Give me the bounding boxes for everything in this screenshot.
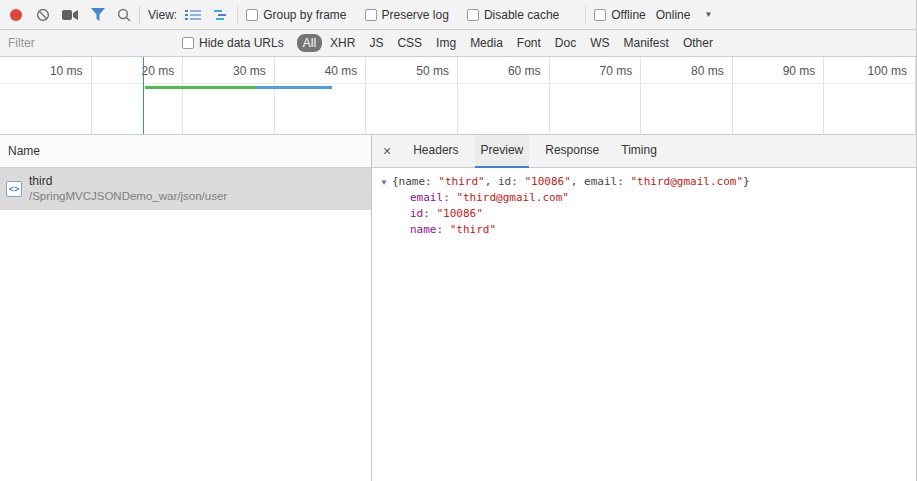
timeline-cell: 20 ms: [92, 57, 184, 134]
large-request-rows-toggle-icon[interactable]: [185, 9, 201, 21]
filter-input[interactable]: [8, 36, 168, 50]
json-key: email: [410, 191, 443, 204]
filter-type-font[interactable]: Font: [511, 34, 547, 52]
json-summary-part: }: [743, 175, 750, 188]
preserve-log-label: Preserve log: [382, 8, 449, 22]
filter-type-ws[interactable]: WS: [584, 34, 615, 52]
timeline-overview[interactable]: 10 ms 20 ms 30 ms 40 ms 50 ms 60 ms 70 m…: [0, 57, 916, 135]
view-label: View:: [148, 8, 177, 22]
time-tick: 20 ms: [92, 57, 183, 78]
json-separator: :: [423, 207, 436, 220]
filter-type-other[interactable]: Other: [677, 34, 719, 52]
network-toolbar: View: Group by frame Preserve log: [0, 0, 916, 30]
waterfall-waiting-bar: [145, 86, 257, 89]
filter-type-xhr[interactable]: XHR: [324, 34, 361, 52]
timeline-cell: 60 ms: [458, 57, 550, 134]
tab-response[interactable]: Response: [539, 135, 605, 168]
request-text: third /SpringMVCJSONDemo_war/json/user: [29, 174, 227, 204]
time-tick: 100 ms: [824, 57, 915, 78]
tab-timing[interactable]: Timing: [615, 135, 663, 168]
checkbox-box: [365, 9, 377, 21]
ruler-divider: [0, 83, 916, 84]
json-separator: :: [443, 191, 456, 204]
json-value: "third": [450, 223, 496, 236]
json-file-icon: <>: [6, 181, 22, 197]
request-details-panel: × Headers Preview Response Timing ▼{name…: [372, 135, 916, 481]
filter-type-css[interactable]: CSS: [391, 34, 428, 52]
requests-panel: Name <> third /SpringMVCJSONDemo_war/jso…: [0, 135, 372, 481]
devtools-network-panel: View: Group by frame Preserve log: [0, 0, 917, 481]
time-tick: 30 ms: [183, 57, 274, 78]
request-path: /SpringMVCJSONDemo_war/json/user: [29, 189, 227, 204]
timeline-cell: 40 ms: [275, 57, 367, 134]
time-tick: 60 ms: [458, 57, 549, 78]
json-summary-part: "third": [438, 175, 484, 188]
json-key: id: [410, 207, 423, 220]
timeline-cell: 30 ms: [183, 57, 275, 134]
tab-preview[interactable]: Preview: [475, 135, 530, 168]
show-overview-toggle-icon[interactable]: [213, 9, 229, 21]
group-by-frame-label: Group by frame: [263, 8, 346, 22]
filter-type-doc[interactable]: Doc: [549, 34, 582, 52]
filter-type-manifest[interactable]: Manifest: [618, 34, 675, 52]
hide-data-urls-checkbox[interactable]: Hide data URLs: [182, 36, 284, 50]
request-row[interactable]: <> third /SpringMVCJSONDemo_war/json/use…: [0, 168, 371, 210]
json-summary-part: , id:: [485, 175, 525, 188]
group-by-frame-checkbox[interactable]: Group by frame: [246, 8, 346, 22]
capture-screenshots-icon[interactable]: [62, 9, 79, 21]
clear-icon[interactable]: [36, 8, 50, 22]
filter-type-media[interactable]: Media: [464, 34, 509, 52]
json-key: name: [410, 223, 437, 236]
throttling-select[interactable]: Online ▼: [656, 8, 713, 22]
expander-icon[interactable]: ▼: [380, 175, 392, 191]
disable-cache-label: Disable cache: [484, 8, 559, 22]
time-tick: 40 ms: [275, 57, 366, 78]
filter-type-img[interactable]: Img: [430, 34, 462, 52]
network-filter-bar: Hide data URLs All XHR JS CSS Img Media …: [0, 30, 916, 57]
filter-icon[interactable]: [91, 8, 105, 21]
offline-checkbox[interactable]: Offline: [594, 8, 645, 22]
toolbar-separator: [585, 6, 586, 24]
timeline-cell: 50 ms: [366, 57, 458, 134]
dom-content-loaded-marker: [143, 57, 144, 134]
json-property-row: email: "third@gmail.com": [380, 190, 916, 206]
record-icon[interactable]: [10, 9, 22, 21]
close-icon[interactable]: ×: [372, 135, 402, 167]
throttling-value: Online: [656, 8, 691, 22]
checkbox-box: [467, 9, 479, 21]
json-separator: :: [437, 223, 450, 236]
preserve-log-checkbox[interactable]: Preserve log: [365, 8, 449, 22]
json-value: "third@gmail.com": [456, 191, 569, 204]
timeline-cell: 90 ms: [733, 57, 825, 134]
name-column-header[interactable]: Name: [0, 135, 371, 168]
network-main-area: Name <> third /SpringMVCJSONDemo_war/jso…: [0, 135, 916, 481]
toolbar-separator: [237, 6, 238, 24]
request-name: third: [29, 174, 227, 189]
timeline-cell: 100 ms: [824, 57, 916, 134]
time-tick: 70 ms: [550, 57, 641, 78]
timeline-grid: 10 ms 20 ms 30 ms 40 ms 50 ms 60 ms 70 m…: [0, 57, 916, 134]
tab-headers[interactable]: Headers: [407, 135, 464, 168]
timeline-cell: 70 ms: [550, 57, 642, 134]
checkbox-box: [246, 9, 258, 21]
filter-type-js[interactable]: JS: [363, 34, 389, 52]
search-icon[interactable]: [117, 8, 131, 22]
toolbar-separator: [139, 6, 140, 24]
time-tick: 10 ms: [0, 57, 91, 78]
checkbox-box: [182, 37, 194, 49]
time-tick: 90 ms: [733, 57, 824, 78]
json-root-line[interactable]: ▼{name: "third", id: "10086", email: "th…: [380, 174, 916, 190]
time-tick: 50 ms: [366, 57, 457, 78]
offline-label: Offline: [611, 8, 645, 22]
chevron-down-icon: ▼: [704, 10, 712, 19]
filter-type-all[interactable]: All: [297, 34, 322, 52]
json-property-row: id: "10086": [380, 206, 916, 222]
json-summary-part: "10086": [524, 175, 570, 188]
disable-cache-checkbox[interactable]: Disable cache: [467, 8, 559, 22]
json-summary-part: "third@gmail.com": [630, 175, 743, 188]
hide-data-urls-label: Hide data URLs: [199, 36, 284, 50]
json-summary-part: , email:: [571, 175, 631, 188]
timeline-cell: 80 ms: [641, 57, 733, 134]
json-property-row: name: "third": [380, 222, 916, 238]
checkbox-box: [594, 9, 606, 21]
